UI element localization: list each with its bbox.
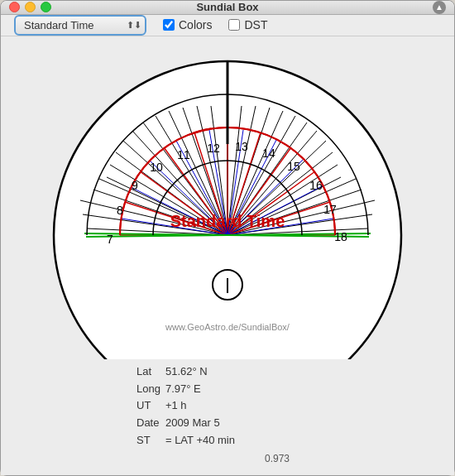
ut-label: UT bbox=[136, 397, 165, 415]
lat-row: Lat 51.62° N bbox=[136, 363, 240, 381]
svg-text:18: 18 bbox=[334, 230, 347, 243]
svg-text:10: 10 bbox=[150, 161, 163, 174]
lat-value: 51.62° N bbox=[165, 363, 240, 381]
svg-text:11: 11 bbox=[177, 148, 190, 161]
dst-label: DST bbox=[244, 18, 267, 31]
maximize-button[interactable] bbox=[41, 2, 51, 12]
traffic-lights bbox=[9, 2, 51, 12]
info-section: Lat 51.62° N Long 7.97° E UT +1 h Date 2… bbox=[37, 359, 418, 475]
st-row: ST = LAT +40 min bbox=[136, 432, 240, 450]
dst-checkbox[interactable] bbox=[228, 19, 240, 31]
alert-icon: ▲ bbox=[433, 1, 446, 14]
minimize-button[interactable] bbox=[25, 2, 36, 12]
time-select-wrapper[interactable]: Standard Time Solar Time Local Mean Time… bbox=[14, 15, 146, 36]
long-value: 7.97° E bbox=[165, 381, 240, 398]
accuracy-value: 0.973 bbox=[136, 451, 418, 467]
svg-text:12: 12 bbox=[207, 142, 220, 155]
svg-text:14: 14 bbox=[262, 147, 275, 160]
info-table: Lat 51.62° N Long 7.97° E UT +1 h Date 2… bbox=[136, 363, 240, 450]
sundial-svg: 7 8 9 10 11 12 13 14 15 16 17 18 Standar… bbox=[37, 45, 418, 359]
svg-text:17: 17 bbox=[323, 203, 337, 216]
long-label: Long bbox=[136, 381, 165, 398]
svg-text:16: 16 bbox=[309, 179, 323, 192]
date-row: Date 2009 Mar 5 bbox=[136, 415, 240, 432]
date-value: 2009 Mar 5 bbox=[165, 415, 240, 432]
svg-text:Standard Time: Standard Time bbox=[170, 212, 285, 230]
colors-checkbox[interactable] bbox=[163, 19, 175, 31]
toolbar: Standard Time Solar Time Local Mean Time… bbox=[1, 15, 454, 36]
svg-text:9: 9 bbox=[132, 179, 138, 192]
svg-text:13: 13 bbox=[235, 140, 248, 153]
colors-checkbox-group: Colors bbox=[163, 18, 212, 31]
window-title: Sundial Box bbox=[196, 1, 258, 13]
lat-label: Lat bbox=[136, 363, 165, 381]
ut-value: +1 h bbox=[165, 397, 240, 415]
date-label: Date bbox=[136, 415, 165, 432]
st-value: = LAT +40 min bbox=[165, 432, 240, 450]
st-label: ST bbox=[136, 432, 165, 450]
svg-text:15: 15 bbox=[287, 160, 300, 173]
dst-checkbox-group: DST bbox=[228, 18, 267, 31]
main-window: Sundial Box ▲ Standard Time Solar Time L… bbox=[0, 0, 455, 476]
svg-text:8: 8 bbox=[117, 204, 123, 217]
time-select[interactable]: Standard Time Solar Time Local Mean Time bbox=[14, 15, 146, 36]
svg-text:www.GeoAstro.de/SundialBox/: www.GeoAstro.de/SundialBox/ bbox=[165, 322, 290, 332]
colors-label: Colors bbox=[179, 18, 212, 31]
close-button[interactable] bbox=[9, 2, 20, 12]
sundial-container: 7 8 9 10 11 12 13 14 15 16 17 18 Standar… bbox=[37, 45, 418, 359]
main-content: 7 8 9 10 11 12 13 14 15 16 17 18 Standar… bbox=[1, 36, 454, 475]
title-bar: Sundial Box ▲ bbox=[1, 1, 454, 15]
long-row: Long 7.97° E bbox=[136, 381, 240, 398]
svg-text:7: 7 bbox=[107, 233, 113, 246]
ut-row: UT +1 h bbox=[136, 397, 240, 415]
